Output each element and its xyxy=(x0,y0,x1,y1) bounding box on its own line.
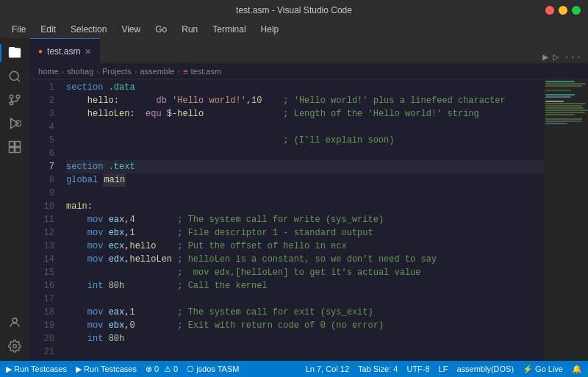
status-tab-size[interactable]: Tab Size: 4 xyxy=(358,365,398,373)
breadcrumb-shohag[interactable]: shohag xyxy=(67,67,93,76)
breadcrumb-projects[interactable]: Projects xyxy=(102,67,132,76)
files-icon[interactable] xyxy=(6,44,24,62)
line-num-19: 19 xyxy=(29,319,54,332)
code-area[interactable]: section .data hello: db 'Hello world!',1… xyxy=(60,79,544,361)
menu-go[interactable]: Go xyxy=(149,23,173,36)
code-line-17 xyxy=(66,292,544,306)
minimize-button[interactable] xyxy=(559,6,567,15)
breadcrumb: home › shohag › Projects › assemble › ≡ … xyxy=(29,63,588,79)
svg-point-11 xyxy=(12,318,17,323)
svg-rect-9 xyxy=(10,148,15,153)
breadcrumb-assemble[interactable]: assemble xyxy=(140,67,174,76)
line-num-16: 16 xyxy=(29,279,54,292)
extensions-icon[interactable] xyxy=(6,138,24,156)
svg-point-2 xyxy=(10,95,13,98)
menu-edit[interactable]: Edit xyxy=(35,23,62,36)
window-controls xyxy=(545,6,581,15)
title-bar: test.asm - Visual Studio Code xyxy=(0,0,588,21)
settings-icon[interactable] xyxy=(6,337,24,355)
run-testcases-label-1: Run Testcases xyxy=(14,365,67,373)
line-num-8: 8 xyxy=(29,173,54,187)
menu-view[interactable]: View xyxy=(115,23,146,36)
svg-rect-8 xyxy=(15,142,21,147)
code-line-5: ; (I'll explain soon) xyxy=(66,134,544,147)
code-line-4 xyxy=(66,121,544,134)
line-num-14: 14 xyxy=(29,253,54,266)
status-remote[interactable]: ⎔ jsdos TASM xyxy=(187,365,239,374)
status-position[interactable]: Ln 7, Col 12 xyxy=(306,365,349,373)
warning-count: 0 xyxy=(173,365,178,373)
editor-content: 1 2 3 4 5 6 7 8 9 10 11 12 13 14 15 16 1… xyxy=(29,79,588,361)
svg-marker-5 xyxy=(11,118,19,129)
line-num-12: 12 xyxy=(29,226,54,240)
status-run-testcases-1[interactable]: ▶ Run Testcases xyxy=(6,365,67,374)
svg-rect-7 xyxy=(10,142,15,147)
status-bar: ▶ Run Testcases ▶ Run Testcases ⊗ 0 ⚠ 0 … xyxy=(0,361,588,377)
line-num-21: 21 xyxy=(29,345,54,359)
line-num-11: 11 xyxy=(29,213,54,226)
more-actions-button[interactable]: ··· xyxy=(564,51,582,63)
svg-point-12 xyxy=(13,345,17,348)
status-errors[interactable]: ⊗ 0 ⚠ 0 xyxy=(146,365,178,374)
close-button[interactable] xyxy=(545,6,554,15)
breadcrumb-home[interactable]: home xyxy=(38,67,59,76)
menu-help[interactable]: Help xyxy=(255,23,285,36)
code-line-15: ; mov edx,[helloLen] to get it's actual … xyxy=(66,266,544,279)
code-line-8: global main xyxy=(66,173,544,187)
menu-terminal[interactable]: Terminal xyxy=(207,23,251,36)
maximize-button[interactable] xyxy=(572,6,581,15)
main-layout: ● test.asm × ▶ ▷ ··· home › shohag › Pro… xyxy=(0,38,588,361)
svg-point-3 xyxy=(16,95,20,98)
error-icon: ⊗ xyxy=(146,365,152,374)
menu-run[interactable]: Run xyxy=(176,23,204,36)
svg-point-1 xyxy=(10,71,18,80)
line-num-18: 18 xyxy=(29,306,54,319)
live-share-icon: ⚡ xyxy=(523,365,533,374)
code-line-14: mov edx,helloLen ; helloLen is a constan… xyxy=(66,253,544,266)
status-notification-bell[interactable]: 🔔 xyxy=(572,365,582,374)
line-num-7: 7 xyxy=(29,160,54,173)
search-icon[interactable] xyxy=(6,68,24,85)
minimap xyxy=(544,79,588,361)
status-language[interactable]: assembly(DOS) xyxy=(456,365,514,373)
run-testcases-icon-1: ▶ xyxy=(6,365,12,374)
run-debug-icon[interactable] xyxy=(6,115,24,132)
source-control-icon[interactable] xyxy=(6,91,24,109)
status-run-testcases-2[interactable]: ▶ Run Testcases xyxy=(76,365,137,374)
line-num-9: 9 xyxy=(29,187,54,200)
code-line-20: int 80h xyxy=(66,332,544,345)
status-encoding[interactable]: UTF-8 xyxy=(406,365,429,373)
tab-test-asm[interactable]: ● test.asm × xyxy=(29,38,100,63)
line-num-10: 10 xyxy=(29,200,54,213)
line-num-6: 6 xyxy=(29,147,54,160)
code-line-11: mov eax,4 ; The system call for write (s… xyxy=(66,213,544,226)
code-line-10: main: xyxy=(66,200,544,213)
breadcrumb-icon: ≡ xyxy=(183,67,187,76)
account-icon[interactable] xyxy=(6,314,24,331)
tab-close-button[interactable]: × xyxy=(85,46,90,57)
status-line-ending[interactable]: LF xyxy=(439,365,448,373)
remote-label: jsdos TASM xyxy=(196,365,239,373)
line-num-1: 1 xyxy=(29,81,54,94)
status-live-share[interactable]: ⚡ Go Live xyxy=(523,365,563,374)
warning-icon: ⚠ xyxy=(164,365,171,374)
code-line-2: hello: db 'Hello world!',10 ; 'Hello wor… xyxy=(66,94,544,107)
code-line-1: section .data xyxy=(66,81,544,94)
line-num-4: 4 xyxy=(29,121,54,134)
menu-file[interactable]: File xyxy=(6,23,32,36)
status-right: Ln 7, Col 12 Tab Size: 4 UTF-8 LF assemb… xyxy=(306,365,582,374)
run-testcases-label-2: Run Testcases xyxy=(84,365,137,373)
svg-rect-10 xyxy=(15,148,21,153)
minimap-content xyxy=(544,79,588,126)
line-num-13: 13 xyxy=(29,240,54,253)
line-num-15: 15 xyxy=(29,266,54,279)
remote-icon: ⎔ xyxy=(187,365,194,374)
run-button[interactable]: ▶ xyxy=(542,51,548,63)
breadcrumb-file[interactable]: test.asm xyxy=(191,67,222,76)
editor-area: ● test.asm × ▶ ▷ ··· home › shohag › Pro… xyxy=(29,38,588,361)
code-line-6 xyxy=(66,147,544,160)
menu-selection[interactable]: Selection xyxy=(65,23,112,36)
activity-bar xyxy=(0,38,29,361)
line-num-17: 17 xyxy=(29,292,54,306)
run-split-button[interactable]: ▷ xyxy=(553,51,559,63)
